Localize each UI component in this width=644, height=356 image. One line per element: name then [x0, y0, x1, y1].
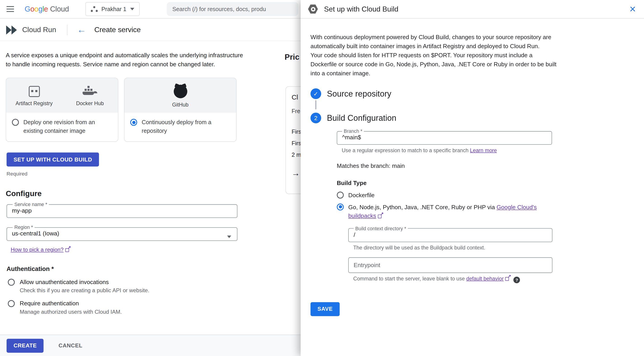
page-header: Cloud Run ← Create service [0, 19, 300, 41]
dropdown-caret-icon [227, 235, 231, 238]
radio-dockerfile[interactable]: Dockerfile [337, 191, 552, 200]
provider-github: GitHub [124, 78, 236, 113]
branch-input[interactable]: ^main$ [342, 134, 546, 141]
radio-icon[interactable] [337, 203, 344, 210]
radio-icon[interactable] [130, 119, 137, 126]
step-number: 2 [310, 113, 321, 123]
project-selector[interactable]: Prakhar 1 [86, 2, 140, 16]
entrypoint-field[interactable]: Entrypoint [348, 257, 552, 273]
source-cards: Artifact Registry Docker Hub Deploy one … [6, 78, 300, 142]
page-title: Create service [94, 26, 141, 34]
cloud-build-panel: Set up with Cloud Build × With continuou… [300, 0, 644, 356]
radio-icon[interactable] [8, 279, 15, 286]
region-field[interactable]: Region * us-central1 (Iowa) [6, 224, 237, 241]
cloud-run-icon [6, 25, 17, 34]
build-type-label: Build Type [337, 180, 552, 186]
github-icon [174, 85, 187, 98]
option-label-text: Go, Node.js, Python, Java, .NET Core, Ru… [348, 204, 496, 210]
radio-deploy-revision[interactable]: Deploy one revision from an existing con… [6, 113, 118, 141]
required-label: Required [6, 171, 300, 177]
radio-continuous-deploy[interactable]: Continuously deploy from a repository [124, 113, 236, 141]
entrypoint-input[interactable]: Entrypoint [354, 262, 380, 268]
provider-label: Artifact Registry [16, 100, 53, 106]
step-build-configuration[interactable]: 2 Build Configuration [310, 113, 634, 123]
save-button[interactable]: SAVE [310, 302, 340, 316]
back-button[interactable]: ← [76, 25, 87, 34]
radio-require-auth[interactable]: Require authentication Manage authorized… [8, 299, 301, 315]
card-providers: GitHub [124, 78, 236, 113]
setup-cloud-build-button[interactable]: SET UP WITH CLOUD BUILD [6, 152, 99, 166]
option-label: Go, Node.js, Python, Java, .NET Core, Ru… [348, 203, 543, 220]
create-button[interactable]: CREATE [6, 338, 44, 352]
entrypoint-helper: Command to start the server, leave blank… [353, 275, 552, 283]
service-name-value[interactable]: my-app [12, 207, 232, 214]
hamburger-icon [6, 6, 14, 12]
region-help-link[interactable]: How to pick a region? [10, 247, 64, 253]
region-value[interactable]: us-central1 (Iowa) [12, 230, 232, 237]
buildpacks-options: Build context directory * / The director… [348, 225, 552, 283]
external-link-icon [505, 276, 510, 281]
radio-icon[interactable] [337, 192, 344, 199]
provider-label: Docker Hub [76, 100, 104, 106]
option-label: Continuously deploy from a repository [142, 118, 230, 135]
panel-intro-1: With continuous deployment powered by Cl… [310, 33, 557, 51]
search-bar[interactable] [166, 2, 298, 16]
logo-letter: g [38, 5, 42, 13]
create-service-form: A service exposes a unique endpoint and … [0, 41, 300, 335]
project-name: Prakhar 1 [102, 6, 126, 12]
panel-title: Set up with Cloud Build [324, 5, 398, 13]
help-icon[interactable]: ? [514, 276, 520, 283]
logo-letter: l [42, 5, 44, 13]
option-description: Check this if you are creating a public … [20, 287, 149, 293]
radio-icon[interactable] [12, 119, 19, 126]
option-description: Manage authorized users with Cloud IAM. [20, 309, 122, 315]
region-help-row: How to pick a region? [10, 247, 300, 253]
logo-letter: e [44, 5, 48, 13]
radio-allow-unauthenticated[interactable]: Allow unauthenticated invocations Check … [8, 278, 301, 293]
step-label: Source repository [327, 89, 391, 99]
build-context-label: Build context directory * [354, 225, 408, 231]
external-link-icon [65, 247, 70, 252]
header-divider [67, 25, 67, 35]
provider-artifact-registry: Artifact Registry [6, 78, 62, 113]
radio-buildpacks[interactable]: Go, Node.js, Python, Java, .NET Core, Ru… [337, 203, 552, 220]
source-card-container-image: Artifact Registry Docker Hub Deploy one … [6, 78, 118, 142]
service-name-field[interactable]: Service name * my-app [6, 202, 237, 218]
learn-more-link[interactable]: Learn more [470, 147, 497, 153]
logo-letter: o [34, 5, 38, 13]
region-label: Region * [13, 224, 34, 230]
build-context-input[interactable]: / [354, 231, 547, 238]
build-configuration-form: Branch * ^main$ Use a regular expression… [337, 128, 552, 283]
logo-cloud-word: Cloud [50, 5, 69, 13]
step-source-repository[interactable]: ✓ Source repository [310, 88, 634, 99]
card-providers: Artifact Registry Docker Hub [6, 78, 118, 113]
option-label: Deploy one revision from an existing con… [24, 118, 112, 135]
build-context-helper: The directory will be used as the Buildp… [353, 244, 552, 251]
panel-intro-2: Your code should listen for HTTP request… [310, 51, 557, 78]
search-input[interactable] [172, 6, 292, 12]
configure-heading: Configure [6, 189, 300, 198]
panel-body: With continuous deployment powered by Cl… [300, 19, 644, 316]
pricing-arrow[interactable]: → [292, 169, 300, 178]
menu-button[interactable] [6, 5, 17, 13]
service-intro: A service exposes a unique endpoint and … [6, 51, 243, 69]
option-label: Dockerfile [348, 191, 374, 200]
cancel-button[interactable]: CANCEL [58, 342, 82, 348]
option-label: Require authentication [20, 299, 122, 307]
close-button[interactable]: × [630, 4, 636, 14]
pricing-panel: Pric Cl Fre Firs Firs 2 m → [285, 53, 300, 62]
branch-label: Branch * [342, 128, 364, 134]
logo-letter: o [30, 5, 34, 13]
logo-letter: G [25, 5, 30, 13]
google-cloud-console: Google Cloud Prakhar 1 Cloud Run ← Creat… [0, 0, 644, 356]
build-context-field[interactable]: Build context directory * / [348, 225, 552, 242]
radio-icon[interactable] [8, 300, 15, 307]
step-label: Build Configuration [327, 113, 396, 123]
match-branch-text: Matches the branch: main [337, 162, 552, 169]
default-behavior-link[interactable]: default behavior [466, 275, 504, 281]
product-name[interactable]: Cloud Run [22, 26, 56, 34]
source-card-repository: GitHub Continuously deploy from a reposi… [124, 78, 236, 142]
option-label: Allow unauthenticated invocations [20, 278, 149, 286]
branch-field[interactable]: Branch * ^main$ [337, 128, 552, 145]
artifact-registry-icon [28, 86, 40, 97]
